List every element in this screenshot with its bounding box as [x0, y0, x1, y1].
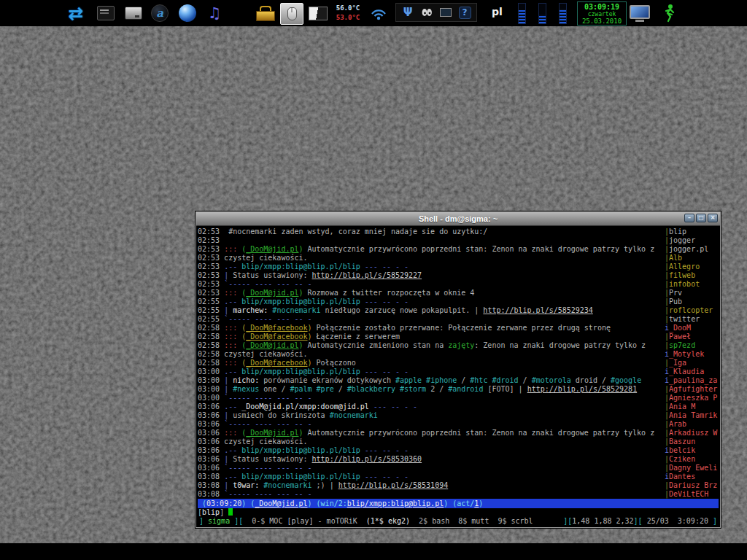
- system-meters: [518, 3, 567, 24]
- meter-1: [518, 3, 526, 24]
- contact-item: |Agnieszka P: [665, 394, 719, 402]
- terminal-line: 03:06 | Status ustawiony: http://blip.pl…: [198, 455, 665, 464]
- music-player-icon[interactable]: ♫: [205, 3, 224, 23]
- monitor-base-shape: [635, 20, 644, 22]
- maximize-button[interactable]: □: [696, 214, 706, 222]
- contact-item: |roflcopter: [665, 306, 719, 315]
- terminal-line: 02:53 ::: (_DooM@jid.pl) Automatycznie p…: [198, 245, 665, 254]
- terminal-line: 03:00 | #nexus one / #palm #pre / #black…: [198, 385, 665, 394]
- terminal-line: 02:53 ::: (_DooM@jid.pl) Rozmowa z twitt…: [198, 289, 665, 298]
- logout-runner-icon[interactable]: [658, 3, 680, 23]
- contact-item: |Allegro: [665, 262, 719, 271]
- temperature-top: 56.0°C: [330, 4, 365, 13]
- terminal-line: 03:08 `----- ---- --- -- -: [198, 490, 665, 499]
- toolbox-icon[interactable]: [255, 3, 276, 23]
- terminal-line: 02:58 ::: (_DooM@facebook) Połączenie zo…: [198, 324, 665, 332]
- terminal-screen-shape: [97, 6, 115, 20]
- contact-item: |Dariusz Brz: [665, 481, 719, 490]
- pager-arrows-glyph: ⇄: [69, 3, 84, 24]
- contact-item: |sp7ezd: [665, 341, 719, 350]
- display-settings-icon[interactable]: [629, 3, 651, 23]
- terminal-line: 02:53 czystej ciekawości.: [198, 254, 665, 262]
- browser-globe-icon[interactable]: [177, 3, 198, 23]
- psi-tray-icon[interactable]: Ψ: [401, 6, 414, 19]
- contact-item: |Cziken: [665, 455, 719, 464]
- close-button[interactable]: ×: [708, 214, 718, 222]
- terminal-line: 03:00 `----- ---- --- -- -: [198, 394, 665, 402]
- contact-item: |jogger.pl: [665, 245, 719, 254]
- contact-item: i_DooM: [665, 324, 719, 332]
- terminal-line: 02:58 ::: (_DooM@facebook) Łączenie z se…: [198, 332, 665, 341]
- temperature-bottom: 53.0°C: [330, 13, 365, 23]
- amarok-glyph: a: [151, 4, 169, 22]
- contact-item: |DeViLtECH: [665, 490, 719, 499]
- contact-item: |filweb: [665, 271, 719, 280]
- eyes-tray-icon[interactable]: [420, 6, 433, 19]
- contact-item: |Arab: [665, 420, 719, 429]
- terminal-line: 02:53 `----- ---- --- -- -: [198, 280, 665, 289]
- amarok-icon[interactable]: a: [150, 3, 169, 23]
- terminal-line: 03:06 .-- _DooM@jid.pl/xmpp:doom@jid.pl …: [198, 402, 665, 411]
- terminal-line: 02:55 .-- blip/xmpp:blip@blip.pl/blip --…: [198, 298, 665, 306]
- clock-time: 03:09:19: [578, 3, 626, 11]
- window-buttons: – □ ×: [684, 214, 718, 222]
- contact-item: i_Motylek: [665, 350, 719, 359]
- window-titlebar[interactable]: Shell - dm@sigma: ~ – □ ×: [196, 212, 720, 226]
- terminal-line: 02:55 | marchew: #nocnemarki niedługo za…: [198, 306, 665, 315]
- screenbar-right: ][1,48 1,88 2,32][ 25/03 3:09:20 ]: [563, 517, 717, 526]
- disk-icon[interactable]: [124, 3, 143, 23]
- contact-item: |Dagny Eweli: [665, 464, 719, 472]
- music-note-glyph: ♫: [208, 4, 222, 22]
- terminal-line: 02:58 ::: (_DooM@jid.pl) Automatycznie z…: [198, 341, 665, 350]
- contact-item: |Alb: [665, 254, 719, 262]
- terminal-body: 02:53 #nocnemarki zaden wstyd, coraz mni…: [198, 228, 719, 499]
- terminal-line: 03:06 `----- ---- --- -- -: [198, 464, 665, 472]
- monitor-screen-shape: [630, 5, 650, 19]
- bottom-edge: [0, 543, 747, 560]
- screenshot-icon[interactable]: [307, 3, 329, 23]
- display-tray-icon[interactable]: [439, 6, 452, 19]
- terminal-line: 03:08 | t0war: #nocnemarki ;) | http://b…: [198, 481, 665, 490]
- psi-question-tray-icon[interactable]: ?: [458, 6, 471, 19]
- contact-item: |Paweł: [665, 332, 719, 341]
- input-line[interactable]: [blip]: [198, 508, 719, 517]
- terminal-launcher-icon[interactable]: [96, 3, 115, 23]
- contact-item: |jogger: [665, 236, 719, 245]
- contact-item: |infobot: [665, 280, 719, 289]
- mouse-shape: [287, 7, 297, 20]
- wifi-signal-icon: [368, 3, 390, 23]
- terminal-line: 03:06 ::: (_DooM@jid.pl) Automatycznie p…: [198, 429, 665, 438]
- mouse-icon[interactable]: [280, 3, 303, 25]
- contact-item: |Prv: [665, 289, 719, 298]
- contact-item: |_Iga: [665, 359, 719, 368]
- terminal-line: 02:53 .-- blip/xmpp:blip@blip.pl/blip --…: [198, 262, 665, 271]
- terminal-line: 02:53 #nocnemarki zaden wstyd, coraz mni…: [198, 228, 665, 236]
- contact-item: ibelcik: [665, 446, 719, 455]
- keyboard-layout-indicator[interactable]: pl: [492, 6, 503, 18]
- terminal-line: 02:53 | Status ustawiony: http://blip.pl…: [198, 271, 665, 280]
- terminal-buffer: 02:53 #nocnemarki zaden wstyd, coraz mni…: [198, 228, 665, 499]
- clock-date: 25.03.2010: [578, 18, 626, 25]
- contact-item: |Agfufighter: [665, 385, 719, 394]
- contact-item: |Arkadiusz W: [665, 429, 719, 438]
- terminal-line: 02:58 czystej ciekawości.: [198, 350, 665, 359]
- terminal-line: 02:53: [198, 236, 665, 245]
- contact-item: |Ania Tamrik: [665, 411, 719, 420]
- contact-item: i_Klaudia: [665, 368, 719, 376]
- contact-list: |blip|jogger|jogger.pl|Alb|Allegro|filwe…: [665, 228, 719, 499]
- psi-glyph: Ψ: [403, 6, 413, 19]
- pager-arrows-icon[interactable]: ⇄: [63, 3, 89, 23]
- meter-3: [559, 3, 567, 24]
- input-line-text: [blip]: [198, 508, 228, 516]
- minimize-button[interactable]: –: [684, 214, 694, 222]
- disk-shape: [125, 7, 142, 20]
- toolbox-body: [256, 11, 275, 21]
- terminal-line: 03:00 | nicho: porównanie ekranów dotyko…: [198, 376, 665, 385]
- window-title: Shell - dm@sigma: ~: [419, 214, 498, 223]
- terminal-line: 02:58 ::: (_DooM@facebook) Połączono: [198, 359, 665, 368]
- shell-window: Shell - dm@sigma: ~ – □ × 02:53 #nocnema…: [196, 211, 721, 528]
- ekg-status-bar: (03:09:20) (_DooM@jid.pl) (win/2:blip/xm…: [198, 499, 719, 508]
- screen-hardstatus: ] sigma ][ 0-$ MOC [play] - moTORiK (1*$…: [198, 517, 719, 526]
- terminal[interactable]: 02:53 #nocnemarki zaden wstyd, coraz mni…: [196, 226, 720, 527]
- clock: 03:09:19 czwartek 25.03.2010: [577, 1, 627, 26]
